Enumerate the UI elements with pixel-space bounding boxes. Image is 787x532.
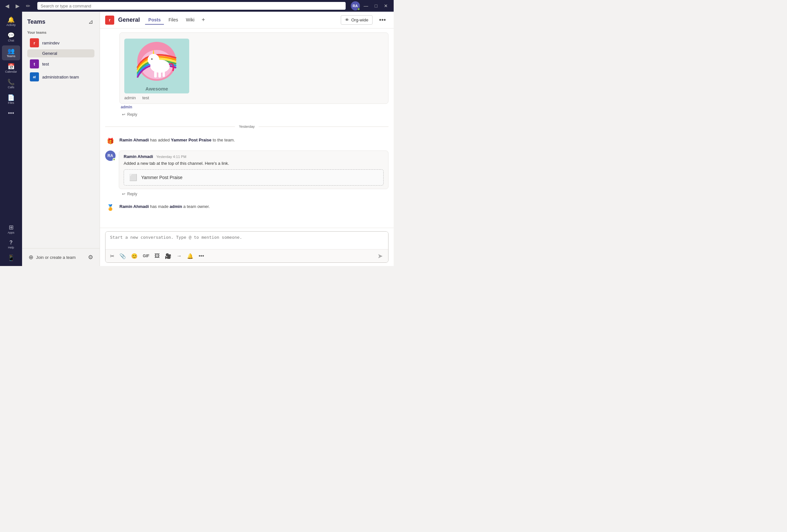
system-text-yammer: Ramin Ahmadi has added Yammer Post Prais… (120, 137, 235, 143)
join-team-label: Join or create a team (36, 255, 76, 260)
join-icon: ⊕ (28, 254, 34, 261)
maximize-button[interactable]: □ (372, 2, 380, 10)
ramin-online-dot (113, 158, 115, 161)
format-button[interactable]: ✂ (108, 252, 116, 261)
notification-button[interactable]: 🔔 (185, 252, 195, 261)
sidebar-item-activity[interactable]: 🔔 Activity (2, 14, 20, 29)
more-icon: ••• (8, 110, 14, 116)
help-label: Help (8, 246, 14, 249)
sidebar-item-calls[interactable]: 📞 Calls (2, 76, 20, 91)
reply-icon-1: ↩ (122, 112, 125, 117)
compose-box: ✂ 📎 😊 GIF 🖼 🎥 → 🔔 ••• ➤ (105, 231, 388, 263)
compose-button[interactable]: ✏ (24, 2, 32, 10)
sidebar-item-files[interactable]: 📄 Files (2, 92, 20, 107)
svg-rect-6 (158, 71, 161, 77)
posts-area: Awesome admin test admin ↩ Reply (100, 28, 394, 228)
minimize-button[interactable]: — (361, 2, 371, 10)
admin-name-wrapper: admin (105, 104, 388, 110)
reply-button-1[interactable]: ↩ Reply (120, 111, 140, 118)
close-button[interactable]: ✕ (381, 2, 390, 10)
help-icon: ? (9, 240, 13, 245)
reply-button-2[interactable]: ↩ Reply (120, 191, 140, 198)
team-item-test[interactable]: t test ••• (27, 58, 94, 70)
send-button[interactable]: ➤ (375, 251, 386, 261)
system-message-owner: 🏅 Ramin Ahmadi has made admin a team own… (105, 201, 388, 213)
settings-button[interactable]: ⚙ (87, 252, 94, 262)
sidebar-header: Teams ⊿ (22, 12, 100, 29)
more-compose-options-button[interactable]: ••• (197, 252, 206, 260)
svg-point-8 (151, 59, 152, 60)
meeting-button[interactable]: 🎥 (163, 252, 173, 261)
activity-icon: 🔔 (7, 17, 15, 23)
compose-area: ✂ 📎 😊 GIF 🖼 🎥 → 🔔 ••• ➤ (100, 228, 394, 266)
yammer-card[interactable]: ⬜ Yammer Post Praise (124, 169, 384, 185)
message-thread-1: Awesome admin test admin ↩ Reply (105, 32, 388, 118)
sidebar-item-apps[interactable]: ⊞ Apps (2, 222, 20, 237)
chat-icon: 💬 (7, 32, 15, 38)
sidebar-item-device[interactable]: 📱 (2, 252, 20, 263)
forward-button[interactable]: ▶ (14, 2, 21, 10)
admin-name-link[interactable]: admin (120, 105, 132, 109)
ramin-avatar-initials: RA (107, 153, 113, 158)
svg-point-3 (148, 54, 159, 66)
calendar-icon: 📅 (7, 64, 15, 69)
system-text-after-2: a team owner. (183, 204, 210, 209)
rail-bottom: ⊞ Apps ? Help 📱 (2, 222, 20, 263)
compose-input[interactable] (105, 231, 388, 248)
chat-label: Chat (8, 39, 14, 42)
divider-line-left (105, 127, 235, 127)
sidebar-item-chat[interactable]: 💬 Chat (2, 30, 20, 45)
reply-icon-2: ↩ (122, 192, 125, 196)
channel-name-general: General (42, 51, 57, 56)
channel-item-general[interactable]: General (27, 49, 94, 58)
sidebar-item-more[interactable]: ••• (2, 108, 20, 119)
tab-posts[interactable]: Posts (145, 15, 164, 25)
channel-name: General (118, 17, 140, 23)
team-avatar-administration: at (30, 72, 39, 82)
message-ramin: RA Ramin Ahmadi Yesterday 4:11 PM Added … (105, 151, 388, 189)
tab-wiki[interactable]: Wiki (183, 15, 198, 25)
date-label: Yesterday (239, 125, 255, 129)
schedule-button[interactable]: → (175, 252, 184, 260)
teams-sidebar: Teams ⊿ Your teams r ramindev ••• Genera… (22, 12, 100, 266)
org-wide-button[interactable]: 👁 Org-wide (341, 15, 373, 25)
emoji-button[interactable]: 😊 (129, 252, 140, 261)
gif-button[interactable]: GIF (141, 252, 151, 260)
date-divider: Yesterday (105, 125, 388, 129)
ramin-author: Ramin Ahmadi (124, 154, 153, 159)
unicorn-svg (131, 39, 183, 84)
sticker-button[interactable]: 🖼 (152, 252, 162, 260)
ramin-time: Yesterday 4:11 PM (156, 155, 187, 159)
team-item-ramindev[interactable]: r ramindev ••• (27, 36, 94, 49)
reply-wrapper-2: ↩ Reply (105, 189, 388, 198)
calls-label: Calls (8, 86, 14, 89)
apps-label: Apps (8, 231, 15, 234)
join-create-team-button[interactable]: ⊕ Join or create a team (27, 252, 77, 263)
your-teams-label: Your teams (27, 30, 94, 35)
system-text-owner: Ramin Ahmadi has made admin a team owner… (120, 203, 210, 210)
sidebar-footer: ⊕ Join or create a team ⚙ (22, 248, 100, 266)
teams-icon: 👥 (7, 48, 15, 54)
activity-label: Activity (6, 23, 16, 27)
yammer-card-name: Yammer Post Praise (141, 175, 183, 180)
titlebar-actions: RA — □ ✕ (351, 1, 390, 10)
back-button[interactable]: ◀ (3, 2, 11, 10)
more-options-button[interactable]: ••• (377, 15, 388, 25)
search-bar (37, 2, 346, 10)
sidebar-item-calendar[interactable]: 📅 Calendar (2, 61, 20, 76)
filter-button[interactable]: ⊿ (87, 17, 94, 27)
add-tab-button[interactable]: + (199, 15, 208, 25)
sidebar-item-teams[interactable]: 👥 Teams (2, 45, 20, 60)
team-name-administration: administration team (42, 74, 84, 80)
awesome-label: Awesome (124, 84, 189, 93)
message-header-ramin: Ramin Ahmadi Yesterday 4:11 PM (124, 154, 384, 159)
channel-header: r General Posts Files Wiki + 👁 Org-wide … (100, 12, 394, 28)
search-input[interactable] (37, 2, 346, 10)
avatar[interactable]: RA (351, 1, 360, 10)
team-item-administration[interactable]: at administration team ••• (27, 70, 94, 83)
attach-button[interactable]: 📎 (118, 252, 128, 261)
tab-files[interactable]: Files (165, 15, 182, 25)
online-status-dot (357, 8, 360, 10)
system-text-middle-2: has made (150, 204, 170, 209)
sidebar-item-help[interactable]: ? Help (2, 238, 20, 252)
